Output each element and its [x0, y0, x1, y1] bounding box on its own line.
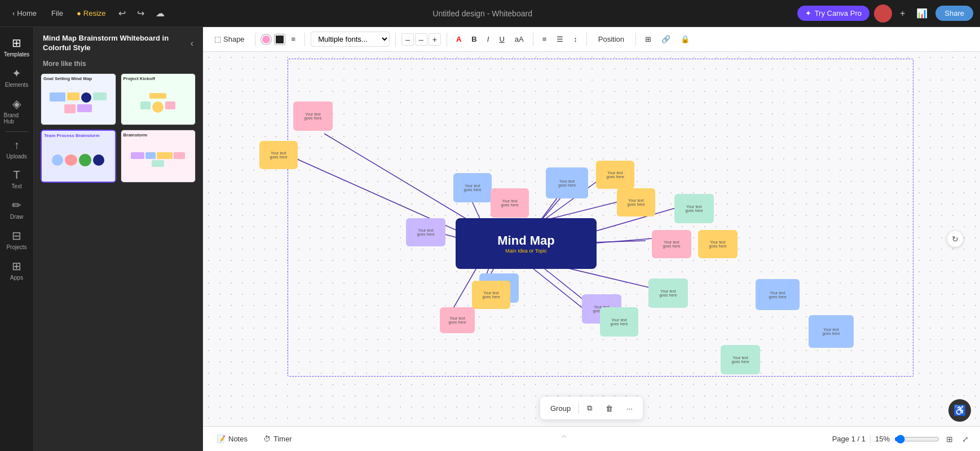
sidebar-item-projects[interactable]: ⊟ Projects — [2, 224, 32, 255]
sidebar-item-label: Apps — [10, 275, 23, 281]
timer-button[interactable]: ⏱ Timer — [259, 432, 297, 445]
border-style-button[interactable]: ≡ — [288, 33, 299, 46]
link-button[interactable]: 🔗 — [658, 33, 674, 46]
fullscreen-button[interactable]: ⤢ — [960, 432, 971, 446]
node-topleft-pink[interactable]: Your textgoes here — [293, 101, 333, 131]
resize-button[interactable]: ● Resize — [72, 7, 111, 20]
sidebar-item-brand-hub[interactable]: ◈ Brand Hub — [2, 92, 32, 129]
sidebar-divider — [6, 131, 28, 132]
group-button[interactable]: Group — [545, 401, 576, 416]
font-size-decrease2-button[interactable]: – — [415, 33, 427, 46]
case-button[interactable]: aA — [511, 33, 527, 46]
chevron-left-icon: ‹ — [12, 9, 15, 17]
panel-close-button[interactable]: ‹ — [191, 38, 193, 48]
position-button[interactable]: Position — [593, 33, 630, 46]
node-right-yellow-top[interactable]: Your textgoes here — [596, 161, 634, 189]
node-right-teal[interactable]: Your textgoes here — [648, 278, 688, 308]
node-right-green[interactable]: Your textgoes here — [674, 194, 714, 223]
grid-button[interactable]: ⊞ — [642, 33, 655, 46]
accessibility-icon: ♿ — [953, 404, 966, 417]
scroll-up-indicator: ⌃ — [560, 433, 568, 445]
redo-button[interactable]: ↪ — [134, 6, 148, 21]
font-selector[interactable]: Multiple fonts... — [311, 32, 390, 47]
uploads-icon: ↑ — [14, 139, 20, 152]
spacing-button[interactable]: ↕ — [570, 33, 581, 46]
notes-label: Notes — [228, 435, 248, 443]
toolbar-separator-2 — [304, 33, 305, 46]
zoom-slider[interactable] — [894, 435, 939, 444]
sidebar-item-label: Uploads — [6, 153, 27, 160]
node-far-right-blue[interactable]: Your textgoes here — [756, 279, 800, 310]
canvas-area[interactable]: Mind Map Main Idea or Topic Your textgoe… — [203, 52, 980, 426]
italic-button[interactable]: I — [484, 33, 493, 46]
analytics-button[interactable]: 📊 — [913, 6, 931, 21]
home-button[interactable]: ‹ Home — [7, 7, 42, 20]
delete-button[interactable]: 🗑 — [600, 401, 619, 416]
bottom-bar: 📝 Notes ⏱ Timer ⌃ Page 1 / 1 15% ⊞ ⤢ — [203, 426, 980, 451]
file-button[interactable]: File — [47, 7, 68, 20]
sidebar-item-text[interactable]: T Text — [2, 164, 32, 194]
template-card-brainstorm2[interactable]: Brainstorm — [121, 130, 196, 183]
templates-icon: ⊞ — [12, 36, 21, 50]
font-size-increase-button[interactable]: + — [429, 33, 441, 46]
undo-button[interactable]: ↩ — [115, 6, 129, 21]
border-color-swatch[interactable] — [275, 34, 285, 45]
template-card-kickoff[interactable]: Project Kickoff — [121, 73, 196, 125]
node-corner-blue[interactable]: Your textgoes here — [809, 315, 854, 348]
star-icon: ✦ — [805, 9, 811, 17]
center-subtitle: Main Idea or Topic — [505, 248, 546, 254]
node-far-right-green[interactable]: Your textgoes here — [721, 345, 760, 374]
center-node[interactable]: Mind Map Main Idea or Topic — [456, 218, 597, 269]
canva-pro-button[interactable]: ✦ Try Canva Pro — [797, 6, 869, 21]
node-right-top-blue[interactable]: Your textgoes here — [546, 167, 588, 198]
sidebar-item-apps[interactable]: ⊞ Apps — [2, 255, 32, 285]
sidebar-item-templates[interactable]: ⊞ Templates — [2, 32, 32, 62]
group-bar-separator — [579, 403, 579, 414]
avatar[interactable] — [874, 5, 892, 23]
canvas-background: Mind Map Main Idea or Topic Your textgoe… — [203, 52, 980, 426]
node-mid-blue[interactable]: Your textgoes here — [453, 173, 492, 202]
lock-button[interactable]: 🔒 — [677, 33, 693, 46]
sidebar-item-elements[interactable]: ✦ Elements — [2, 62, 32, 92]
home-label: Home — [17, 9, 37, 17]
node-bottom-pink[interactable]: Your textgoes here — [440, 307, 475, 333]
grid-view-button[interactable]: ⊞ — [944, 432, 955, 446]
node-right-pink[interactable]: Your textgoes here — [652, 230, 691, 258]
share-button[interactable]: Share — [935, 6, 973, 21]
toolbar-separator-1 — [255, 33, 255, 46]
elements-icon: ✦ — [12, 67, 21, 80]
node-right-small-yellow[interactable]: Your textgoes here — [617, 188, 655, 216]
fill-color-swatch[interactable] — [261, 34, 271, 45]
shape-tool[interactable]: ⬚ Shape — [210, 33, 249, 46]
node-left-yellow[interactable]: Your textgoes here — [259, 141, 298, 169]
list-button[interactable]: ☰ — [553, 33, 567, 46]
underline-button[interactable]: U — [496, 33, 507, 46]
share-label: Share — [944, 9, 964, 17]
more-options-button[interactable]: ··· — [621, 401, 638, 416]
add-people-button[interactable]: + — [897, 6, 908, 21]
node-bottom-yellow[interactable]: Your textgoes here — [472, 281, 510, 309]
sidebar-item-draw[interactable]: ✏ Draw — [2, 194, 32, 224]
duplicate-button[interactable]: ⧉ — [581, 400, 598, 416]
save-button[interactable]: ☁ — [152, 6, 168, 21]
topbar: ‹ Home File ● Resize ↩ ↪ ☁ Untitled desi… — [0, 0, 980, 27]
node-bottom-green[interactable]: Your textgoes here — [600, 307, 638, 337]
scroll-handle[interactable]: ↻ — [947, 231, 963, 247]
align-button[interactable]: ≡ — [539, 33, 550, 46]
template-card-goal[interactable]: Goal Setting Mind Map — [41, 73, 116, 125]
toolbar-separator-3 — [395, 33, 396, 46]
sidebar-item-uploads[interactable]: ↑ Uploads — [2, 134, 32, 164]
sidebar-item-label: Templates — [4, 51, 30, 58]
sidebar-item-label: Text — [11, 183, 21, 189]
notes-button[interactable]: 📝 Notes — [212, 432, 252, 445]
canva-pro-label: Try Canva Pro — [815, 9, 862, 17]
font-color-button[interactable]: A — [453, 33, 465, 46]
bold-button[interactable]: B — [468, 33, 480, 46]
toolbar-separator-5 — [533, 33, 533, 46]
accessibility-button[interactable]: ♿ — [948, 399, 971, 422]
template-card-process[interactable]: Team Process BraInstorm — [41, 130, 116, 183]
font-size-decrease-button[interactable]: – — [401, 33, 414, 46]
node-left-pink-mid[interactable]: Your textgoes here — [491, 188, 529, 218]
node-right-yellow-mid[interactable]: Your textgoes here — [698, 230, 738, 258]
node-left-purple[interactable]: Your textgoes here — [406, 218, 445, 246]
